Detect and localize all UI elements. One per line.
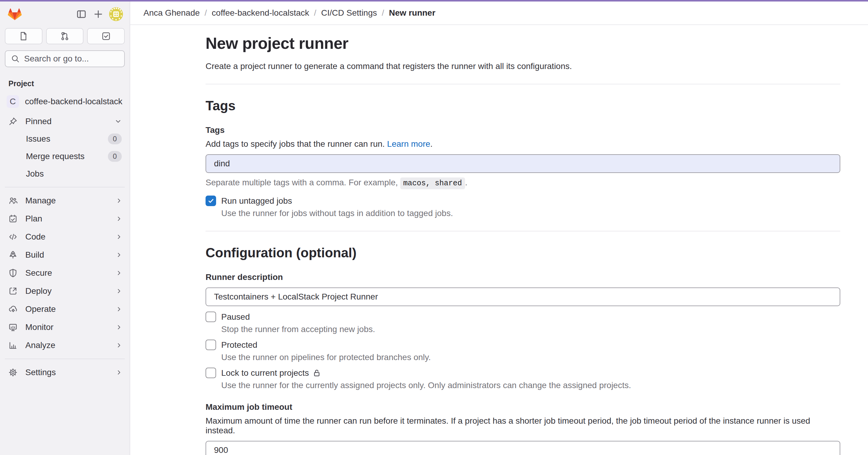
pin-icon bbox=[7, 117, 19, 126]
sidebar-project-item[interactable]: C coffee-backend-localstack bbox=[0, 92, 130, 111]
deploy-icon bbox=[7, 287, 19, 296]
chevron-right-icon bbox=[115, 233, 123, 241]
sidebar-item-analyze[interactable]: Analyze bbox=[0, 336, 130, 354]
protected-checkbox[interactable]: Protected bbox=[206, 339, 841, 350]
sidebar-item-manage[interactable]: Manage bbox=[0, 192, 130, 210]
project-avatar: C bbox=[7, 95, 19, 108]
chevron-down-icon bbox=[114, 117, 122, 126]
search-placeholder: Search or go to... bbox=[24, 54, 89, 64]
sidebar-item-merge-requests[interactable]: Merge requests 0 bbox=[0, 148, 130, 165]
loading-stripe bbox=[0, 0, 868, 1]
merge-requests-count-badge: 0 bbox=[108, 151, 122, 162]
run-untagged-jobs-checkbox[interactable]: Run untagged jobs bbox=[206, 196, 841, 206]
page-content: New project runner Create a project runn… bbox=[130, 25, 841, 455]
create-new-button[interactable] bbox=[90, 6, 107, 23]
breadcrumb: Anca Ghenade / coffee-backend-localstack… bbox=[130, 1, 868, 25]
sidebar-divider bbox=[5, 187, 125, 188]
chevron-right-icon bbox=[115, 215, 123, 223]
breadcrumb-project[interactable]: coffee-backend-localstack bbox=[212, 8, 309, 18]
merge-requests-shortcut-button[interactable] bbox=[46, 28, 84, 44]
cloud-gear-icon bbox=[7, 305, 19, 314]
tags-helper-text: Separate multiple tags with a comma. For… bbox=[206, 178, 841, 188]
run-untagged-jobs-help: Use the runner for jobs without tags in … bbox=[221, 208, 841, 218]
chevron-right-icon bbox=[115, 323, 123, 331]
lock-icon bbox=[313, 369, 321, 377]
sidebar-item-plan[interactable]: Plan bbox=[0, 210, 130, 228]
max-job-timeout-input[interactable] bbox=[206, 441, 840, 455]
chart-icon bbox=[7, 341, 19, 350]
config-checkbox-group: Paused Stop the runner from accepting ne… bbox=[206, 312, 841, 390]
sidebar-toggle-button[interactable] bbox=[73, 6, 90, 23]
sidebar-item-monitor[interactable]: Monitor bbox=[0, 318, 130, 336]
sidebar-item-deploy[interactable]: Deploy bbox=[0, 282, 130, 300]
lock-to-projects-help: Use the runner for the currently assigne… bbox=[221, 381, 841, 390]
sidebar-header bbox=[0, 1, 130, 25]
code-icon bbox=[7, 232, 19, 241]
sidebar-item-operate[interactable]: Operate bbox=[0, 300, 130, 318]
sidebar-section-label: Project bbox=[0, 67, 130, 92]
tags-input[interactable] bbox=[206, 154, 840, 173]
chevron-right-icon bbox=[115, 251, 123, 259]
runner-description-input[interactable] bbox=[206, 288, 840, 306]
sidebar-shortcuts bbox=[0, 25, 130, 44]
monitor-icon bbox=[7, 323, 19, 332]
paused-checkbox[interactable]: Paused bbox=[206, 312, 841, 322]
shield-icon bbox=[7, 268, 19, 278]
sidebar-pinned-section[interactable]: Pinned bbox=[0, 113, 130, 130]
issues-shortcut-button[interactable] bbox=[5, 28, 42, 44]
chevron-right-icon bbox=[115, 368, 123, 376]
section-divider bbox=[206, 84, 840, 85]
protected-help: Use the runner on pipelines for protecte… bbox=[221, 353, 841, 362]
search-icon bbox=[11, 54, 20, 63]
main-area: Anca Ghenade / coffee-backend-localstack… bbox=[130, 1, 868, 455]
chevron-right-icon bbox=[115, 287, 123, 295]
sidebar: Search or go to... Project C coffee-back… bbox=[0, 1, 130, 455]
learn-more-link[interactable]: Learn more bbox=[387, 139, 430, 149]
sidebar-item-secure[interactable]: Secure bbox=[0, 264, 130, 282]
checkbox-unchecked[interactable] bbox=[206, 339, 216, 350]
user-avatar[interactable] bbox=[109, 7, 123, 21]
chevron-right-icon bbox=[115, 305, 123, 313]
breadcrumb-current: New runner bbox=[389, 8, 435, 18]
project-name: coffee-backend-localstack bbox=[25, 97, 122, 106]
calendar-check-icon bbox=[7, 214, 19, 223]
sidebar-item-code[interactable]: Code bbox=[0, 228, 130, 246]
sidebar-item-issues[interactable]: Issues 0 bbox=[0, 130, 130, 148]
runner-description-label: Runner description bbox=[206, 272, 841, 282]
checkbox-unchecked[interactable] bbox=[206, 368, 216, 378]
page-title: New project runner bbox=[206, 34, 841, 53]
page-subtitle: Create a project runner to generate a co… bbox=[206, 62, 841, 71]
checkbox-checked-icon[interactable] bbox=[206, 196, 216, 206]
todo-list-shortcut-button[interactable] bbox=[87, 28, 125, 44]
breadcrumb-user[interactable]: Anca Ghenade bbox=[144, 8, 200, 18]
issues-count-badge: 0 bbox=[108, 133, 122, 144]
tags-example-code: macos, shared bbox=[400, 177, 465, 189]
max-job-timeout-label: Maximum job timeout bbox=[206, 402, 841, 412]
configuration-section-heading: Configuration (optional) bbox=[206, 245, 841, 260]
search-input[interactable]: Search or go to... bbox=[5, 50, 125, 67]
checkbox-unchecked[interactable] bbox=[206, 312, 216, 322]
breadcrumb-cicd-settings[interactable]: CI/CD Settings bbox=[321, 8, 377, 18]
chevron-right-icon bbox=[115, 342, 123, 349]
gitlab-logo-icon[interactable] bbox=[8, 8, 22, 21]
gear-icon bbox=[7, 368, 19, 377]
sidebar-item-build[interactable]: Build bbox=[0, 246, 130, 264]
tags-field-description: Add tags to specify jobs that the runner… bbox=[206, 139, 841, 149]
paused-help: Stop the runner from accepting new jobs. bbox=[221, 325, 841, 334]
sidebar-item-settings[interactable]: Settings bbox=[0, 363, 130, 382]
section-divider bbox=[206, 231, 840, 231]
max-job-timeout-description: Maximum amount of time the runner can ru… bbox=[206, 416, 841, 435]
chevron-right-icon bbox=[115, 197, 123, 205]
rocket-icon bbox=[7, 250, 19, 259]
tags-field-label: Tags bbox=[206, 125, 841, 135]
pinned-label: Pinned bbox=[25, 117, 114, 126]
sidebar-item-jobs[interactable]: Jobs bbox=[0, 165, 130, 183]
app-window: Search or go to... Project C coffee-back… bbox=[0, 0, 868, 455]
lock-to-projects-checkbox[interactable]: Lock to current projects bbox=[206, 368, 841, 378]
chevron-right-icon bbox=[115, 269, 123, 277]
tags-section-heading: Tags bbox=[206, 98, 841, 113]
users-icon bbox=[7, 196, 19, 205]
sidebar-divider bbox=[5, 359, 125, 359]
